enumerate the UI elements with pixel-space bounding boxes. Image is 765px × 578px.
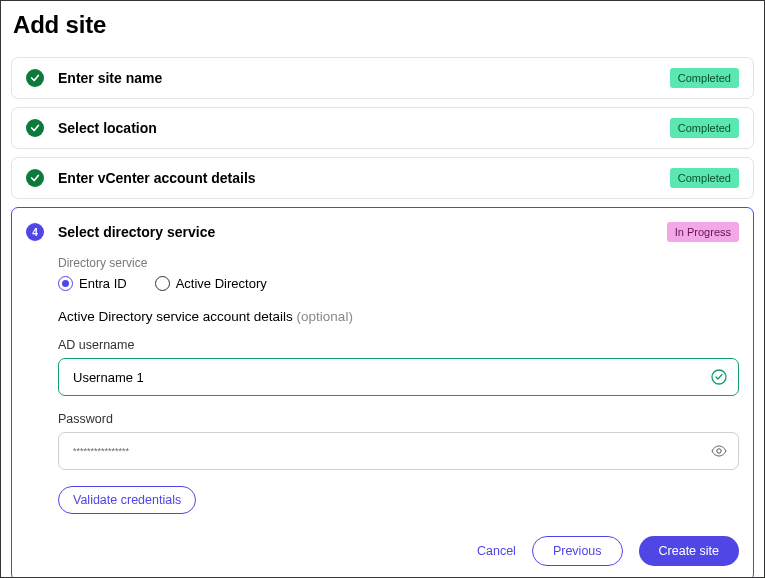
ad-username-input[interactable]: [58, 358, 739, 396]
status-badge: Completed: [670, 68, 739, 88]
create-site-button[interactable]: Create site: [639, 536, 739, 566]
check-circle-icon: [26, 119, 44, 137]
status-badge: Completed: [670, 118, 739, 138]
password-input[interactable]: [58, 432, 739, 470]
footer-actions: Cancel Previous Create site: [26, 536, 739, 566]
step-title: Enter site name: [58, 70, 162, 86]
check-circle-outline-icon: [711, 369, 727, 385]
step-number-badge: 4: [26, 223, 44, 241]
check-circle-icon: [26, 69, 44, 87]
radio-label: Entra ID: [79, 276, 127, 291]
step-title: Select location: [58, 120, 157, 136]
step-title: Enter vCenter account details: [58, 170, 256, 186]
validate-credentials-button[interactable]: Validate credentials: [58, 486, 196, 514]
step-title: Select directory service: [58, 224, 215, 240]
step-row-enter-site-name[interactable]: Enter site name Completed: [11, 57, 754, 99]
check-circle-icon: [26, 169, 44, 187]
step-row-directory-service: 4 Select directory service In Progress D…: [11, 207, 754, 578]
radio-circle-icon: [58, 276, 73, 291]
step-row-vcenter-details[interactable]: Enter vCenter account details Completed: [11, 157, 754, 199]
password-label: Password: [58, 412, 739, 426]
page-title: Add site: [13, 11, 754, 39]
status-badge: Completed: [670, 168, 739, 188]
directory-service-radio-group: Entra ID Active Directory: [58, 276, 739, 291]
status-badge: In Progress: [667, 222, 739, 242]
ad-username-label: AD username: [58, 338, 739, 352]
ad-account-section-title: Active Directory service account details…: [58, 309, 739, 324]
step-row-select-location[interactable]: Select location Completed: [11, 107, 754, 149]
directory-service-label: Directory service: [58, 256, 739, 270]
cancel-link[interactable]: Cancel: [477, 544, 516, 558]
eye-icon[interactable]: [711, 443, 727, 459]
previous-button[interactable]: Previous: [532, 536, 623, 566]
radio-label: Active Directory: [176, 276, 267, 291]
radio-entra-id[interactable]: Entra ID: [58, 276, 127, 291]
radio-active-directory[interactable]: Active Directory: [155, 276, 267, 291]
svg-point-1: [717, 449, 721, 453]
radio-circle-icon: [155, 276, 170, 291]
